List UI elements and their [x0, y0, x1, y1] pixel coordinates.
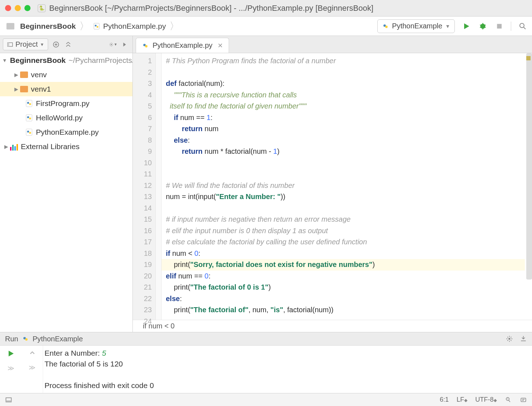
- more-actions2-icon[interactable]: ≫: [29, 364, 36, 372]
- close-window-button[interactable]: [5, 5, 11, 11]
- svg-rect-6: [497, 24, 502, 28]
- nav-row: BeginnersBook 〉 PythonExample.py 〉 Pytho…: [0, 17, 532, 36]
- more-actions-icon[interactable]: ≫: [8, 364, 14, 372]
- tree-external-libraries[interactable]: External Libraries: [0, 139, 132, 154]
- svg-point-18: [27, 116, 29, 118]
- tree-folder-venv[interactable]: venv: [0, 68, 132, 82]
- status-bar: 6:1 LF◆ UTF-8◆: [0, 393, 532, 406]
- rerun-button[interactable]: [6, 349, 15, 358]
- fold-column[interactable]: [156, 53, 162, 320]
- titlebar: 🐍 BeginnersBook [~/PycharmProjects/Begin…: [0, 0, 532, 17]
- svg-point-13: [145, 45, 148, 47]
- chevron-down-icon: ▼: [40, 42, 44, 47]
- tree-file-firstprogram[interactable]: FirstProgram.py: [0, 96, 132, 111]
- svg-point-2: [97, 26, 98, 28]
- breadcrumbs: BeginnersBook 〉 PythonExample.py 〉: [4, 19, 179, 33]
- svg-rect-9: [8, 42, 9, 46]
- inspection-icon[interactable]: [505, 396, 512, 403]
- run-config-selector[interactable]: PythonExample ▼: [377, 19, 455, 33]
- zoom-window-button[interactable]: [24, 5, 31, 11]
- project-view-selector[interactable]: Project▼: [3, 38, 48, 50]
- chevron-down-icon: ▼: [445, 23, 450, 29]
- svg-rect-29: [521, 398, 526, 402]
- app-icon: 🐍: [38, 4, 46, 12]
- svg-point-25: [508, 338, 510, 340]
- scroll-up-icon[interactable]: [28, 349, 36, 357]
- code-editor[interactable]: 123456789101112131415161718192021222324 …: [133, 53, 532, 332]
- run-settings-icon[interactable]: [505, 335, 513, 343]
- line-separator[interactable]: LF◆: [457, 396, 467, 403]
- run-panel-label: Run: [5, 335, 18, 343]
- svg-point-21: [27, 130, 29, 133]
- svg-rect-14: [26, 100, 32, 107]
- svg-rect-0: [94, 23, 99, 29]
- file-encoding[interactable]: UTF-8◆: [475, 396, 497, 403]
- svg-point-11: [111, 44, 112, 45]
- console-output[interactable]: Enter a Number: 5 The factorial of 5 is …: [43, 346, 532, 393]
- chevron-right-icon: 〉: [169, 19, 179, 33]
- run-button[interactable]: [461, 21, 471, 31]
- settings-gear-icon[interactable]: ▼: [109, 40, 117, 49]
- caret-position[interactable]: 6:1: [440, 396, 449, 403]
- svg-rect-27: [6, 400, 11, 402]
- tree-file-helloworld[interactable]: HelloWorld.py: [0, 111, 132, 125]
- code-crumb-bar[interactable]: if num < 0: [133, 320, 532, 332]
- code-area[interactable]: # This Python Program finds the factoria…: [162, 53, 532, 320]
- editor-tab-pythonexample[interactable]: PythonExample.py ✕: [136, 38, 229, 53]
- search-everywhere-button[interactable]: [518, 21, 528, 31]
- svg-rect-20: [26, 129, 32, 135]
- project-tree[interactable]: BeginnersBook~/PycharmProjects/Beginners…: [0, 53, 133, 332]
- svg-point-16: [29, 103, 31, 105]
- chevron-right-icon: 〉: [79, 19, 89, 33]
- notifications-icon[interactable]: [520, 396, 527, 403]
- scroll-from-source-icon[interactable]: [52, 40, 60, 49]
- collapse-all-icon[interactable]: [64, 40, 73, 49]
- close-tab-icon[interactable]: ✕: [218, 42, 223, 50]
- debug-button[interactable]: [478, 21, 488, 31]
- breadcrumb-file[interactable]: PythonExample.py: [91, 20, 168, 32]
- download-icon[interactable]: [520, 335, 527, 343]
- svg-rect-17: [26, 115, 32, 121]
- svg-point-7: [520, 23, 524, 28]
- window-title: BeginnersBook [~/PycharmProjects/Beginne…: [49, 4, 373, 13]
- breadcrumb-project[interactable]: BeginnersBook: [4, 20, 78, 32]
- svg-point-22: [29, 132, 31, 134]
- hide-panel-icon[interactable]: [121, 40, 130, 49]
- svg-point-15: [27, 102, 29, 104]
- toolwindow-quick-access-icon[interactable]: [5, 396, 12, 403]
- svg-point-24: [25, 338, 28, 341]
- tree-folder-venv1[interactable]: venv1: [0, 82, 132, 96]
- line-gutter: 123456789101112131415161718192021222324: [133, 53, 156, 320]
- svg-point-5: [480, 24, 485, 29]
- svg-point-1: [95, 24, 97, 26]
- svg-point-19: [29, 117, 31, 120]
- run-panel: Run PythonExample ≫ ≫ Enter a Number: 5 …: [0, 332, 532, 393]
- svg-point-4: [385, 26, 388, 28]
- stop-button[interactable]: [494, 21, 504, 31]
- run-config-name: PythonExample: [33, 335, 83, 343]
- tool-row: Project▼ ▼ PythonExample.py ✕: [0, 36, 532, 53]
- minimize-window-button[interactable]: [15, 5, 21, 11]
- tree-file-pythonexample[interactable]: PythonExample.py: [0, 125, 132, 139]
